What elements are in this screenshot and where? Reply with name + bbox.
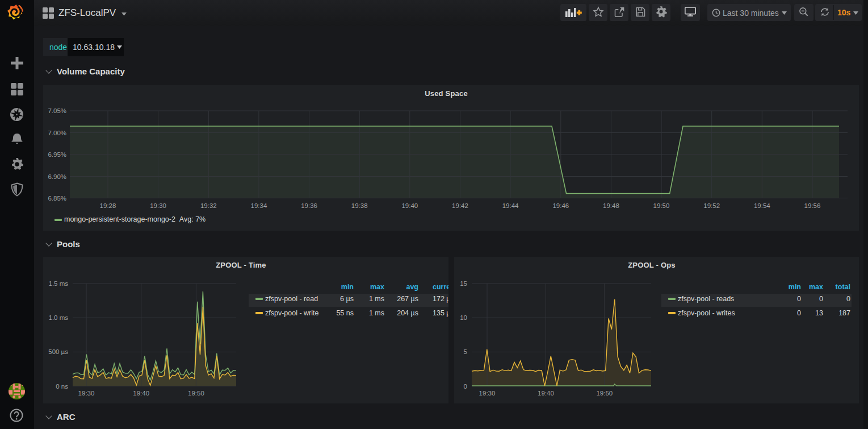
svg-text:19:34: 19:34 [251,202,267,209]
svg-text:19:56: 19:56 [804,202,821,209]
svg-text:19:42: 19:42 [452,202,468,209]
svg-text:19:30: 19:30 [150,202,166,209]
svg-text:19:32: 19:32 [200,202,217,209]
svg-text:6.90%: 6.90% [48,173,66,180]
svg-text:6.85%: 6.85% [48,195,66,202]
svg-text:19:48: 19:48 [603,202,619,209]
svg-text:19:52: 19:52 [703,202,720,209]
svg-text:19:50: 19:50 [653,202,670,209]
svg-text:19:54: 19:54 [754,202,770,209]
svg-text:19:40: 19:40 [401,202,418,209]
svg-text:19:44: 19:44 [502,202,519,209]
svg-text:19:36: 19:36 [301,202,317,209]
svg-text:19:46: 19:46 [552,202,569,209]
svg-text:7.05%: 7.05% [48,107,66,114]
svg-text:6.95%: 6.95% [48,151,66,158]
svg-text:7.00%: 7.00% [48,130,66,136]
svg-text:19:38: 19:38 [351,202,368,209]
svg-text:19:28: 19:28 [100,202,116,209]
